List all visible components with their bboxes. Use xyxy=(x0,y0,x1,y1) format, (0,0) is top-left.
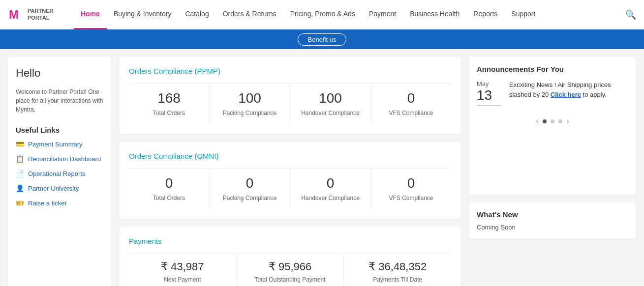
ppmp-handover: 100 Handover Compliance xyxy=(290,84,371,124)
carousel-dot-1[interactable] xyxy=(543,119,547,123)
date-day: 13 xyxy=(477,87,501,106)
nav-item-home[interactable]: Home xyxy=(74,0,107,29)
announcement-text: Excxiting News ! Air Shipping prices sla… xyxy=(509,80,628,99)
announcements-title: Announcements For You xyxy=(477,65,628,73)
announcements-card: Announcements For You May 13 Excxiting N… xyxy=(469,57,636,195)
nav-item-business-health[interactable]: Business Health xyxy=(403,0,466,29)
omni-vfs-value: 0 xyxy=(376,175,446,191)
search-icon[interactable]: 🔍 xyxy=(625,9,636,20)
partner-university-icon: 👤 xyxy=(16,184,24,192)
myntra-logo-icon: M xyxy=(8,7,24,23)
nav-item-buying[interactable]: Buying & Inventory xyxy=(107,0,179,29)
main-layout: Hello Welcome to Partner Portal! One pla… xyxy=(0,49,644,286)
raise-ticket-icon: 🎫 xyxy=(16,199,24,207)
omni-vfs: 0 VFS Compliance xyxy=(371,169,451,209)
nav-item-reports[interactable]: Reports xyxy=(466,0,504,29)
nav-links: Home Buying & Inventory Catalog Orders &… xyxy=(74,0,625,29)
sidebar: Hello Welcome to Partner Portal! One pla… xyxy=(8,57,111,286)
announcement-date-area: May 13 Excxiting News ! Air Shipping pri… xyxy=(477,80,628,106)
date-block: May 13 xyxy=(477,80,501,106)
payments-card: Payments ₹ 43,987 Next Payment ₹ 95,966 … xyxy=(119,227,461,286)
ppmp-handover-label: Handover Compliance xyxy=(295,109,366,117)
ppmp-handover-value: 100 xyxy=(295,90,366,106)
omni-packing-value: 0 xyxy=(215,175,285,191)
content-area: Orders Compliance (PPMP) 168 Total Order… xyxy=(119,57,461,286)
carousel-next-button[interactable]: › xyxy=(566,116,569,126)
carousel-dot-3[interactable] xyxy=(558,119,562,123)
total-outstanding: ₹ 95,966 Total Outstanding Payment xyxy=(237,254,344,286)
svg-text:M: M xyxy=(9,8,19,21)
carousel-controls: ‹ › xyxy=(477,116,628,126)
omni-handover: 0 Handover Compliance xyxy=(290,169,371,209)
ppmp-packing-value: 100 xyxy=(215,90,285,106)
right-panel: Announcements For You May 13 Excxiting N… xyxy=(469,57,636,286)
omni-grid: 0 Total Orders 0 Packing Compliance 0 Ha… xyxy=(129,168,451,209)
nav-item-support[interactable]: Support xyxy=(504,0,542,29)
sidebar-link-reconciliation[interactable]: 📋 Reconciliation Dashboard xyxy=(16,155,103,163)
omni-total-orders: 0 Total Orders xyxy=(129,169,210,209)
payments-till-date-value: ₹ 36,48,352 xyxy=(349,260,446,273)
logo: M PARTNER PORTAL xyxy=(8,7,62,23)
ppmp-vfs-label: VFS Compliance xyxy=(376,109,446,117)
ppmp-total-orders: 168 Total Orders xyxy=(129,84,210,124)
omni-card: Orders Compliance (OMNI) 0 Total Orders … xyxy=(119,142,461,219)
omni-packing-label: Packing Compliance xyxy=(215,194,285,202)
useful-links-title: Useful Links xyxy=(16,126,103,134)
date-month: May xyxy=(477,80,501,87)
omni-total-orders-label: Total Orders xyxy=(134,194,204,202)
ppmp-card: Orders Compliance (PPMP) 168 Total Order… xyxy=(119,57,461,134)
payment-summary-icon: 💳 xyxy=(16,140,24,148)
sidebar-welcome-text: Welcome to Partner Portal! One place for… xyxy=(16,87,103,114)
ppmp-vfs: 0 VFS Compliance xyxy=(371,84,451,124)
payments-title: Payments xyxy=(129,237,451,245)
total-outstanding-value: ₹ 95,966 xyxy=(242,260,339,273)
ppmp-total-orders-label: Total Orders xyxy=(134,109,204,117)
navbar: M PARTNER PORTAL Home Buying & Inventory… xyxy=(0,0,644,29)
nav-item-orders[interactable]: Orders & Returns xyxy=(216,0,283,29)
omni-title: Orders Compliance (OMNI) xyxy=(129,152,451,160)
sidebar-link-payment-summary[interactable]: 💳 Payment Summary xyxy=(16,140,103,148)
ppmp-packing: 100 Packing Compliance xyxy=(210,84,290,124)
omni-packing: 0 Packing Compliance xyxy=(210,169,290,209)
nav-item-catalog[interactable]: Catalog xyxy=(178,0,215,29)
omni-handover-value: 0 xyxy=(295,175,366,191)
next-payment-value: ₹ 43,987 xyxy=(134,260,231,273)
whatsnew-title: What's New xyxy=(477,210,628,219)
nav-item-payment[interactable]: Payment xyxy=(362,0,403,29)
payments-grid: ₹ 43,987 Next Payment ₹ 95,966 Total Out… xyxy=(129,253,451,286)
omni-handover-label: Handover Compliance xyxy=(295,194,366,202)
sidebar-link-partner-university[interactable]: 👤 Partner University xyxy=(16,184,103,192)
ppmp-packing-label: Packing Compliance xyxy=(215,109,285,117)
payments-till-date: ₹ 36,48,352 Payments Till Date xyxy=(344,254,451,286)
whatsnew-content: Coming Soon xyxy=(477,224,628,231)
nav-item-pricing[interactable]: Pricing, Promo & Ads xyxy=(283,0,362,29)
banner-button[interactable]: Benefit us xyxy=(298,33,347,46)
next-payment: ₹ 43,987 Next Payment xyxy=(129,254,237,286)
payments-till-date-label: Payments Till Date xyxy=(349,276,446,283)
announcement-text-after: to apply. xyxy=(581,91,607,98)
operational-reports-icon: 📄 xyxy=(16,170,24,177)
ppmp-title: Orders Compliance (PPMP) xyxy=(129,67,451,75)
announcement-click-here-link[interactable]: Click here xyxy=(551,91,581,98)
reconciliation-icon: 📋 xyxy=(16,155,24,163)
ppmp-total-orders-value: 168 xyxy=(134,90,204,106)
sidebar-greeting: Hello xyxy=(16,67,103,80)
ppmp-vfs-value: 0 xyxy=(376,90,446,106)
carousel-dot-2[interactable] xyxy=(551,119,554,123)
total-outstanding-label: Total Outstanding Payment xyxy=(242,276,339,283)
carousel-prev-button[interactable]: ‹ xyxy=(536,116,539,126)
logo-text: PARTNER PORTAL xyxy=(28,8,53,21)
omni-total-orders-value: 0 xyxy=(134,175,204,191)
sidebar-link-operational-reports[interactable]: 📄 Operational Reports xyxy=(16,170,103,177)
whatsnew-card: What's New Coming Soon xyxy=(469,202,636,239)
sidebar-link-raise-ticket[interactable]: 🎫 Raise a ticket xyxy=(16,199,103,207)
omni-vfs-label: VFS Compliance xyxy=(376,194,446,202)
ppmp-grid: 168 Total Orders 100 Packing Compliance … xyxy=(129,83,451,124)
banner: Benefit us xyxy=(0,29,644,49)
next-payment-label: Next Payment xyxy=(134,276,231,283)
